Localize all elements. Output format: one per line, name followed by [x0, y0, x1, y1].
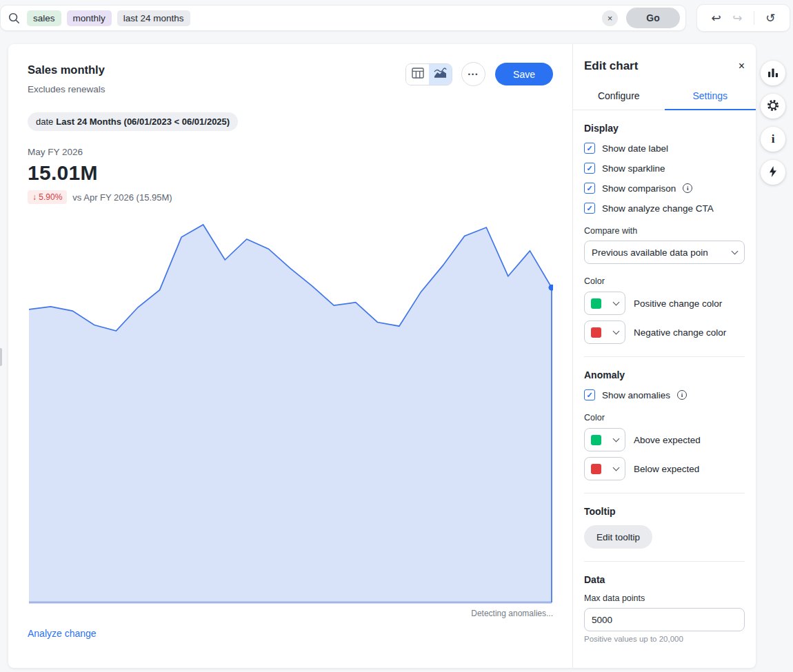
- info-button[interactable]: i: [761, 127, 785, 152]
- compare-with-select[interactable]: Previous available data poin: [584, 241, 745, 264]
- checkbox-label: Show analyze change CTA: [602, 203, 714, 214]
- section-divider: [584, 493, 745, 493]
- color-row-label: Negative change color: [634, 327, 726, 338]
- checkbox: ✓: [584, 389, 595, 400]
- chart-subtitle: Excludes renewals: [28, 83, 106, 96]
- chevron-down-icon: [613, 298, 620, 305]
- period-label: May FY 2026: [28, 146, 553, 159]
- select-value: Previous available data poin: [592, 247, 708, 258]
- column-chart-icon: [767, 66, 779, 81]
- view-toggle: [405, 63, 452, 85]
- max-data-points-input[interactable]: [584, 608, 745, 631]
- checkbox: ✓: [584, 163, 595, 174]
- search-token-monthly[interactable]: monthly: [67, 10, 112, 26]
- checkbox-show-sparkline[interactable]: ✓ Show sparkline: [584, 163, 745, 174]
- change-row: ↓ 5.90% vs Apr FY 2026 (15.95M): [28, 190, 553, 204]
- edit-tooltip-button[interactable]: Edit tooltip: [584, 525, 652, 549]
- chevron-down-icon: [613, 327, 620, 334]
- filter-chip-prefix: date: [36, 116, 53, 127]
- toolbar-divider: [754, 11, 754, 25]
- search-token-sales[interactable]: sales: [27, 10, 61, 26]
- spotiq-button[interactable]: [761, 160, 785, 185]
- chevron-down-icon: [613, 435, 620, 442]
- clear-search-button[interactable]: ×: [602, 10, 618, 26]
- save-button[interactable]: Save: [495, 63, 553, 85]
- checkbox: ✓: [584, 203, 595, 214]
- answer-card: Sales monthly Excludes renewals: [8, 44, 756, 668]
- info-icon[interactable]: i: [677, 390, 687, 400]
- chevron-down-icon: [613, 464, 620, 471]
- close-panel-button[interactable]: ×: [739, 61, 745, 72]
- info-icon: i: [772, 132, 775, 146]
- filter-chip-value: Last 24 Months (06/01/2023 < 06/01/2025): [56, 116, 230, 127]
- display-color-label: Color: [584, 276, 745, 286]
- checkbox-show-analyze-change-cta[interactable]: ✓ Show analyze change CTA: [584, 203, 745, 214]
- checkbox-show-comparison[interactable]: ✓ Show comparison i: [584, 183, 745, 194]
- chevron-down-icon: [732, 247, 739, 254]
- color-row-label: Positive change color: [634, 298, 722, 309]
- above-expected-color-select[interactable]: [584, 428, 625, 451]
- max-data-points-label: Max data points: [584, 593, 745, 603]
- undo-button[interactable]: ↩: [711, 12, 721, 24]
- checkbox-label: Show date label: [602, 143, 668, 154]
- color-row-label: Above expected: [634, 435, 701, 445]
- left-panel-handle[interactable]: [0, 348, 2, 366]
- go-button[interactable]: Go: [626, 8, 680, 28]
- max-data-points-helper: Positive values up to 20,000: [584, 635, 745, 643]
- section-divider: [584, 356, 745, 357]
- data-heading: Data: [584, 574, 745, 585]
- chart-insights-button[interactable]: [761, 61, 785, 85]
- tab-settings[interactable]: Settings: [665, 84, 756, 110]
- reset-icon: ↺: [765, 12, 775, 25]
- history-toolbar: ↩ ↪ ↺: [696, 4, 790, 32]
- check-icon: ✓: [586, 391, 592, 400]
- checkbox-label: Show comparison: [602, 183, 676, 194]
- search-token-last-24-months[interactable]: last 24 months: [117, 10, 190, 26]
- edit-panel-tabs: Configure Settings: [573, 84, 756, 110]
- compare-with-label: Compare with: [584, 226, 745, 236]
- anomaly-color-label: Color: [584, 413, 745, 422]
- color-row-label: Below expected: [634, 464, 699, 474]
- sparkline-area: [29, 225, 552, 602]
- tab-configure[interactable]: Configure: [573, 84, 665, 110]
- redo-button[interactable]: ↪: [732, 12, 742, 24]
- negative-color-select[interactable]: [584, 320, 625, 344]
- kpi-value: 15.01M: [28, 161, 553, 185]
- area-chart-icon: [434, 68, 447, 81]
- chart-view-button[interactable]: [429, 64, 452, 85]
- lightning-bolt-icon: [767, 165, 779, 180]
- checkbox-label: Show sparkline: [602, 163, 665, 174]
- green-swatch: [591, 435, 601, 445]
- more-options-button[interactable]: •••: [461, 62, 485, 86]
- checkbox-show-date-label[interactable]: ✓ Show date label: [584, 143, 745, 154]
- analyze-change-link[interactable]: Analyze change: [28, 627, 97, 640]
- below-expected-color-select[interactable]: [584, 457, 625, 480]
- reset-button[interactable]: ↺: [765, 12, 775, 24]
- search-bar[interactable]: sales monthly last 24 months × Go: [0, 5, 686, 31]
- right-icon-rail: i: [761, 61, 785, 185]
- red-swatch: [591, 327, 601, 338]
- check-icon: ✓: [586, 164, 592, 173]
- date-filter-chip[interactable]: date Last 24 Months (06/01/2023 < 06/01/…: [28, 112, 238, 131]
- sparkline-chart[interactable]: [28, 221, 553, 605]
- check-icon: ✓: [586, 184, 592, 193]
- close-icon: ×: [608, 14, 613, 23]
- check-icon: ✓: [586, 144, 592, 153]
- info-icon[interactable]: i: [683, 183, 692, 193]
- check-icon: ✓: [586, 204, 592, 213]
- checkbox-label: Show anomalies: [602, 390, 670, 400]
- red-swatch: [591, 464, 601, 474]
- detecting-anomalies-text: Detecting anomalies...: [28, 608, 553, 619]
- change-badge: ↓ 5.90%: [28, 190, 67, 204]
- comparison-text: vs Apr FY 2026 (15.95M): [72, 192, 172, 203]
- close-icon: ×: [739, 60, 745, 72]
- undo-icon: ↩: [711, 12, 721, 25]
- checkbox-show-anomalies[interactable]: ✓ Show anomalies i: [584, 389, 745, 400]
- edit-chart-panel: Edit chart × Configure Settings Display …: [572, 44, 756, 668]
- checkbox: ✓: [584, 143, 595, 154]
- settings-button[interactable]: [761, 94, 785, 119]
- table-icon: [412, 68, 424, 81]
- table-view-button[interactable]: [406, 64, 429, 85]
- answer-toolbar: ••• Save: [405, 62, 553, 86]
- positive-color-select[interactable]: [584, 292, 625, 315]
